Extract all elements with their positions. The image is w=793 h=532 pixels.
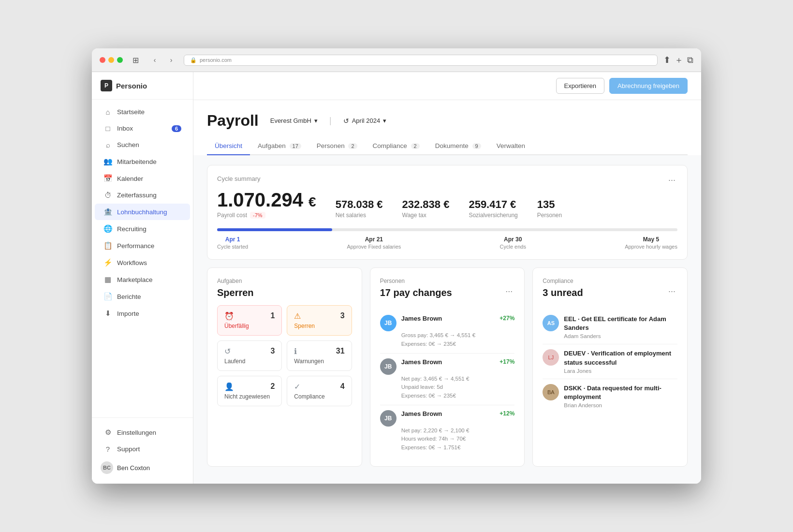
new-tab-button[interactable]: ＋ [675, 54, 683, 66]
sidebar-item-label: Lohnbuchhaltung [117, 208, 167, 216]
task-card-nicht-zugewiesen[interactable]: 👤 Nicht zugewiesen 2 [217, 376, 282, 406]
user-avatar-jb3: JB [380, 410, 396, 427]
sidebar-item-support[interactable]: ? Support [95, 441, 190, 457]
release-button[interactable]: Abrechnung freigeben [609, 78, 688, 94]
pay-change-item-3[interactable]: JB James Brown Net pay: 2,220 € → 2,100 … [380, 405, 515, 457]
tab-verwalten[interactable]: Verwalten [489, 137, 533, 155]
company-selector[interactable]: Everest GmbH ▾ [266, 115, 322, 126]
share-button[interactable]: ⬆ [663, 55, 671, 65]
sidebar: P Personio ⌂ Startseite □ Inbox 6 ⌕ Such… [92, 72, 193, 484]
url-text: personio.com [200, 57, 232, 63]
sidebar-item-importe[interactable]: ⬇ Importe [95, 305, 190, 322]
close-button[interactable] [100, 57, 105, 63]
compliance-item-dskk[interactable]: BA DSKK · Data requested for multi-emplo… [543, 379, 677, 413]
pay-pct-2: +17% [499, 358, 514, 365]
personen-badge: 2 [348, 143, 357, 149]
inbox-icon: □ [103, 124, 112, 133]
people-icon: 👥 [103, 157, 112, 166]
user-avatar-jb2: JB [380, 358, 396, 375]
top-bar: Exportieren Abrechnung freigeben [193, 72, 701, 100]
task-card-uberfällig[interactable]: ⏰ Überfällig 1 [217, 305, 282, 336]
refresh-icon: ↺ [224, 347, 245, 356]
user-profile[interactable]: BC Ben Coxton [92, 458, 193, 478]
timeline: Apr 1 Cycle started Apr 21 Approve Fixed… [217, 228, 677, 250]
date-selector[interactable]: ↺ April 2024 ▾ [339, 115, 391, 127]
more-options-button[interactable]: ··· [666, 175, 677, 185]
address-bar[interactable]: 🔒 personio.com [184, 55, 658, 66]
compliance-avatar-as: AS [543, 315, 559, 331]
compliance-info-dskk: DSKK · Data requested for multi-employme… [564, 384, 677, 408]
personen-count: 135 [537, 198, 562, 211]
support-icon: ? [103, 445, 112, 453]
home-icon: ⌂ [103, 108, 112, 116]
sozialversicherung-metric: 259.417 € Sozialversicherung [469, 198, 517, 219]
maximize-button[interactable] [117, 57, 123, 63]
sidebar-item-mitarbeitende[interactable]: 👥 Mitarbeitende [95, 153, 190, 170]
export-button[interactable]: Exportieren [556, 78, 604, 94]
laufend-label: Laufend [224, 358, 245, 365]
tabs-button[interactable]: ⧉ [687, 55, 693, 65]
task-card-sperren[interactable]: ⚠ Sperren 3 [287, 305, 352, 336]
personen-card: Personen 17 pay changes ··· JB James Bro… [370, 267, 525, 467]
check-icon: ✓ [294, 382, 324, 391]
forward-button[interactable]: › [164, 53, 178, 67]
sidebar-item-label: Startseite [117, 108, 145, 116]
sidebar-item-recruiting[interactable]: 🌐 Recruiting [95, 221, 190, 237]
sidebar-item-marketplace[interactable]: ▦ Marketplace [95, 271, 190, 288]
payroll-amount: 1.070.294 [217, 189, 303, 210]
sperren-label: Sperren [294, 323, 315, 329]
pay-change-item-1[interactable]: JB James Brown Gross pay: 3,465 € → 4,55… [380, 310, 515, 354]
period-label: April 2024 [352, 117, 381, 124]
minimize-button[interactable] [108, 57, 114, 63]
tab-aufgaben[interactable]: Aufgaben 17 [250, 137, 309, 155]
personen-more-button[interactable]: ··· [503, 286, 514, 296]
divider: | [329, 116, 332, 126]
sidebar-item-label: Marketplace [117, 276, 153, 283]
tab-personen[interactable]: Personen 2 [309, 137, 365, 155]
compliance-item-eel[interactable]: AS EEL · Get EEL certificate for Adam Sa… [543, 310, 677, 344]
sidebar-item-label: Mitarbeitende [117, 158, 157, 165]
sidebar-item-inbox[interactable]: □ Inbox 6 [95, 120, 190, 136]
sidebar-item-startseite[interactable]: ⌂ Startseite [95, 104, 190, 120]
sidebar-item-kalender[interactable]: 📅 Kalender [95, 170, 190, 187]
uberfällig-label: Überfällig [224, 323, 249, 329]
timeline-labels: Apr 1 Cycle started Apr 21 Approve Fixed… [217, 236, 677, 250]
aufgaben-section-title: Aufgaben [217, 278, 352, 284]
sidebar-item-performance[interactable]: 📋 Performance [95, 237, 190, 254]
tab-compliance[interactable]: Compliance 2 [365, 137, 427, 155]
compliance-info-deuev: DEUEV · Verification of employment statu… [564, 349, 677, 373]
nicht-zugewiesen-label: Nicht zugewiesen [224, 393, 270, 400]
compliance-more-button[interactable]: ··· [666, 286, 677, 296]
sidebar-item-suchen[interactable]: ⌕ Suchen [95, 137, 190, 153]
cycle-summary-card: Cycle summary ··· 1.070.294 € Payroll co… [207, 165, 688, 260]
sidebar-item-einstellungen[interactable]: ⚙ Einstellungen [95, 424, 190, 441]
content-area: Cycle summary ··· 1.070.294 € Payroll co… [193, 155, 701, 476]
sidebar-item-workflows[interactable]: ⚡ Workflows [95, 254, 190, 271]
pay-pct-3: +12% [499, 410, 514, 417]
sidebar-item-lohnbuchhaltung[interactable]: 🏦 Lohnbuchhaltung [95, 204, 190, 220]
tab-ubersicht[interactable]: Übersicht [207, 137, 250, 155]
sidebar-logo[interactable]: P Personio [92, 72, 193, 100]
sidebar-item-berichte[interactable]: 📄 Berichte [95, 288, 190, 305]
sozialversicherung-amount: 259.417 € [469, 198, 517, 211]
aufgaben-card: Aufgaben Sperren ⏰ Überfällig 1 [207, 267, 362, 467]
compliance-item-deuev[interactable]: LJ DEUEV · Verification of employment st… [543, 344, 677, 379]
sidebar-toggle[interactable]: ⊞ [129, 53, 142, 67]
task-card-compliance[interactable]: ✓ Compliance 4 [287, 376, 352, 406]
pay-info-2: James Brown Net pay: 3,465 € → 4,551 € U… [401, 358, 495, 400]
sidebar-item-label: Einstellungen [117, 429, 156, 436]
currency: € [308, 194, 316, 209]
task-card-laufend[interactable]: ↺ Laufend 3 [217, 340, 282, 371]
timeline-bar [217, 228, 677, 231]
warning-icon: ⚠ [294, 311, 315, 321]
workflow-icon: ⚡ [103, 258, 112, 267]
sidebar-item-label: Zeiterfassung [117, 192, 157, 199]
wage-tax-label: Wage tax [402, 212, 450, 219]
task-card-warnungen[interactable]: ℹ Warnungen 31 [287, 340, 352, 371]
sidebar-item-zeiterfassung[interactable]: ⏱ Zeiterfassung [95, 187, 190, 203]
back-button[interactable]: ‹ [148, 53, 162, 67]
pay-change-item-2[interactable]: JB James Brown Net pay: 3,465 € → 4,551 … [380, 354, 515, 405]
warnungen-count: 31 [336, 347, 345, 355]
user-avatar: BC [101, 461, 113, 474]
tab-dokumente[interactable]: Dokumente 9 [427, 137, 489, 155]
